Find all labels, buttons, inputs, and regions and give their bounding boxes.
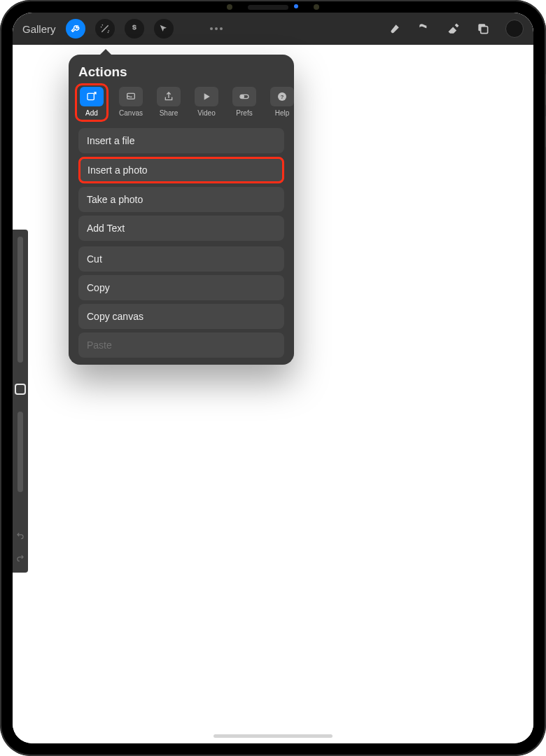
play-icon — [201, 91, 212, 102]
eraser-button[interactable] — [447, 22, 461, 36]
adjustments-button[interactable] — [95, 19, 115, 38]
brush-size-slider[interactable] — [18, 237, 23, 363]
eraser-icon — [447, 22, 461, 36]
opacity-slider[interactable] — [18, 412, 23, 492]
menu-insert-file[interactable]: Insert a file — [78, 128, 284, 153]
color-picker-button[interactable] — [505, 20, 524, 38]
actions-tab-row: Add Canvas Share Video Prefs — [78, 87, 284, 118]
tab-label: Add — [85, 109, 98, 117]
smudge-button[interactable] — [417, 22, 431, 36]
transform-button[interactable] — [154, 19, 174, 38]
redo-icon — [15, 553, 25, 563]
tab-prefs[interactable]: Prefs — [229, 87, 260, 118]
modify-button[interactable] — [15, 384, 26, 395]
ipad-frame: Gallery — [0, 0, 546, 756]
layers-icon — [476, 22, 490, 36]
cursor-icon — [158, 23, 169, 34]
tab-label: Video — [197, 109, 215, 117]
top-toolbar: Gallery — [13, 13, 533, 45]
layers-button[interactable] — [476, 22, 490, 36]
undo-icon — [15, 531, 25, 540]
menu-cut[interactable]: Cut — [78, 246, 284, 272]
menu-paste: Paste — [78, 332, 284, 358]
tab-help[interactable]: ? Help — [267, 87, 298, 118]
svg-point-5 — [241, 95, 244, 98]
undo-button[interactable] — [15, 531, 25, 543]
redo-button[interactable] — [15, 553, 25, 566]
tab-add[interactable]: Add — [75, 83, 108, 122]
menu-insert-photo[interactable]: Insert a photo — [78, 157, 284, 183]
home-indicator[interactable] — [214, 734, 332, 738]
brush-button[interactable] — [388, 22, 402, 36]
gallery-button[interactable]: Gallery — [22, 23, 56, 35]
actions-button[interactable] — [66, 19, 85, 38]
actions-popup: Actions Add Canvas Share Video — [69, 55, 294, 365]
brush-icon — [388, 22, 402, 36]
selection-button[interactable] — [125, 19, 144, 38]
help-icon: ? — [276, 91, 288, 102]
wrench-icon — [70, 23, 81, 34]
share-icon — [163, 91, 174, 102]
tab-label: Help — [275, 109, 290, 117]
device-notch — [227, 4, 319, 10]
add-icon — [86, 91, 97, 102]
canvas-icon — [125, 91, 136, 102]
more-menu-icon[interactable] — [210, 27, 223, 30]
svg-text:?: ? — [281, 94, 284, 100]
popup-title: Actions — [78, 64, 284, 80]
menu-add-text[interactable]: Add Text — [78, 216, 284, 241]
smudge-icon — [417, 22, 431, 36]
tab-share[interactable]: Share — [153, 87, 184, 118]
menu-copy[interactable]: Copy — [78, 275, 284, 300]
toggle-icon — [239, 91, 250, 102]
menu-copy-canvas[interactable]: Copy canvas — [78, 304, 284, 329]
tab-label: Prefs — [236, 109, 252, 117]
screen: Gallery — [13, 13, 533, 743]
tab-label: Canvas — [119, 109, 143, 117]
s-icon — [129, 23, 140, 34]
actions-menu-group-1: Insert a file Insert a photo Take a phot… — [78, 128, 284, 241]
svg-rect-1 — [481, 27, 488, 34]
svg-rect-2 — [88, 93, 94, 99]
menu-take-photo[interactable]: Take a photo — [78, 187, 284, 212]
tab-label: Share — [160, 109, 178, 117]
sidebar-sliders — [13, 230, 28, 573]
actions-menu-group-2: Cut Copy Copy canvas Paste — [78, 246, 284, 358]
wand-icon — [99, 23, 111, 34]
tab-video[interactable]: Video — [191, 87, 222, 118]
tab-canvas[interactable]: Canvas — [115, 87, 146, 118]
